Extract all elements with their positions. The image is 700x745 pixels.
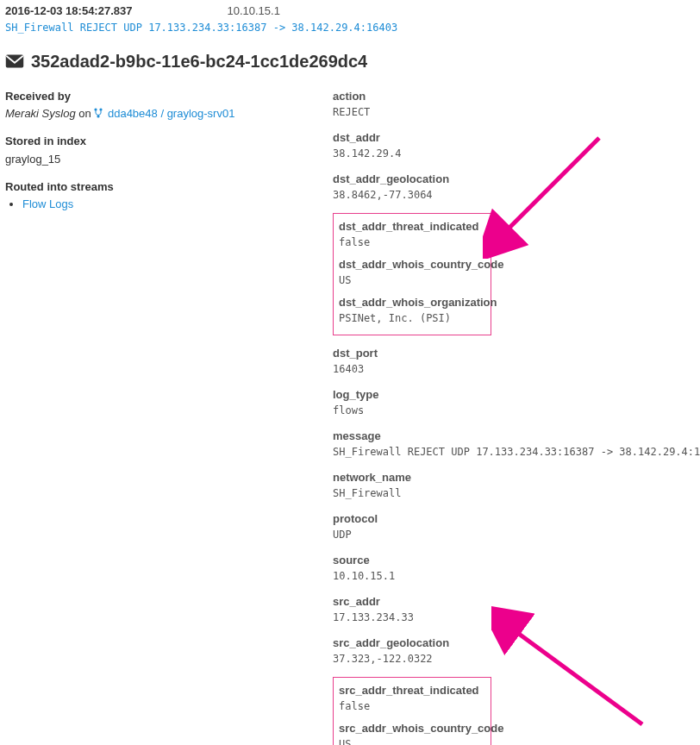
- message-title: 352adad2-b9bc-11e6-bc24-1cc1de269dc4: [5, 44, 695, 89]
- field-dst-addr-geolocation[interactable]: dst_addr_geolocation38.8462,-77.3064: [333, 172, 700, 203]
- stream-link[interactable]: Flow Logs: [22, 197, 73, 210]
- stored-in-value: graylog_15: [5, 152, 333, 167]
- received-by-link[interactable]: dda4be48 / graylog-srv01: [94, 107, 234, 120]
- received-by-source: Meraki Syslog: [5, 107, 76, 120]
- message-id: 352adad2-b9bc-11e6-bc24-1cc1de269dc4: [31, 49, 367, 73]
- field-dst-port[interactable]: dst_port16403: [333, 346, 700, 377]
- field-protocol[interactable]: protocolUDP: [333, 511, 700, 542]
- log-timestamp: 2016-12-03 18:54:27.837: [5, 3, 132, 19]
- field-network-name[interactable]: network_nameSH_Firewall: [333, 470, 700, 501]
- svg-point-3: [97, 116, 100, 118]
- field-message[interactable]: messageSH_Firewall REJECT UDP 17.133.234…: [333, 429, 700, 460]
- field-src-addr-whois-country-code[interactable]: src_addr_whois_country_codeUS: [339, 721, 485, 745]
- highlight-box-src: src_addr_threat_indicatedfalse src_addr_…: [333, 677, 491, 745]
- mail-icon: [5, 54, 24, 68]
- svg-rect-0: [6, 54, 23, 67]
- field-src-addr[interactable]: src_addr17.133.234.33: [333, 594, 700, 625]
- highlight-box-dst: dst_addr_threat_indicatedfalse dst_addr_…: [333, 213, 491, 335]
- log-source-ip: 10.10.15.1: [227, 3, 279, 19]
- routed-streams-label: Routed into streams: [5, 179, 333, 195]
- stored-in-label: Stored in index: [5, 134, 333, 149]
- field-dst-addr[interactable]: dst_addr38.142.29.4: [333, 130, 700, 161]
- field-action[interactable]: actionREJECT: [333, 89, 700, 120]
- field-dst-addr-whois-organization[interactable]: dst_addr_whois_organizationPSINet, Inc. …: [339, 295, 485, 326]
- log-syslog-line[interactable]: SH_Firewall REJECT UDP 17.133.234.33:163…: [5, 19, 695, 44]
- stream-item[interactable]: Flow Logs: [22, 197, 333, 212]
- message-meta-panel: Received by Meraki Syslog on dda4be48 / …: [5, 89, 333, 224]
- field-source[interactable]: source10.10.15.1: [333, 553, 700, 584]
- field-src-addr-geolocation[interactable]: src_addr_geolocation37.323,-122.0322: [333, 635, 700, 667]
- field-log-type[interactable]: log_typeflows: [333, 387, 700, 418]
- received-by-on: on: [76, 107, 95, 120]
- message-fields-panel: actionREJECT dst_addr38.142.29.4 dst_add…: [333, 89, 700, 745]
- field-src-addr-threat-indicated[interactable]: src_addr_threat_indicatedfalse: [339, 683, 485, 714]
- received-by-label: Received by: [5, 89, 333, 104]
- field-dst-addr-whois-country-code[interactable]: dst_addr_whois_country_codeUS: [339, 257, 485, 288]
- field-dst-addr-threat-indicated[interactable]: dst_addr_threat_indicatedfalse: [339, 219, 485, 250]
- node-icon: [94, 108, 103, 118]
